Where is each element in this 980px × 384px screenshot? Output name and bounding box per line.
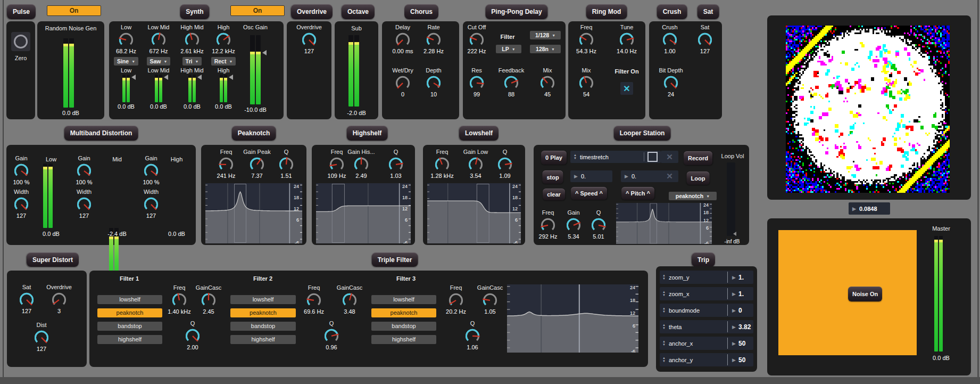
chorus-toggle-button[interactable]: Chorus [404,4,438,19]
knob-freq[interactable] [328,156,345,173]
wave-select[interactable]: Sine▼ [114,57,138,66]
eq-response-graph[interactable]: 2418126-6-12-18-24 [427,183,521,243]
viz-value-numbox[interactable]: ▶0.0848 [849,202,890,215]
knob-depth[interactable] [425,74,442,91]
peaknotch-title-button[interactable]: Peaknotch [232,126,276,141]
knob-gain[interactable] [76,162,93,179]
knob-cut-off[interactable] [468,31,485,48]
knob-wet-dry[interactable] [394,74,411,91]
pingpong-toggle-button[interactable]: Ping-Pong Delay [485,4,547,19]
mbd-title-button[interactable]: Multiband Distortion [64,126,138,141]
knob-q[interactable] [278,156,295,173]
knob-overdrive[interactable] [301,31,318,48]
loop-vol-slider[interactable] [727,162,735,236]
knob-gain-his[interactable] [353,156,370,173]
pitch-mode-button[interactable]: ^ Pitch ^ [621,187,654,200]
knob-freq[interactable] [447,291,464,308]
filter-type-option-highshelf[interactable]: highshelf [371,335,436,344]
knob-freq[interactable] [171,291,188,308]
pitch-numbox[interactable]: ▶0. [621,170,663,182]
filter-type-option-highshelf[interactable]: highshelf [230,335,296,344]
knob-mix[interactable] [578,74,595,91]
knob-rate[interactable] [425,31,442,48]
filter-response-curve[interactable] [427,183,521,243]
knob-q[interactable] [387,156,404,173]
knob-res[interactable] [468,74,485,91]
sat-toggle-button[interactable]: Sat [697,4,719,19]
knob-tune[interactable] [618,31,635,48]
param-value[interactable]: 50 [738,340,745,347]
knob-mix[interactable] [539,74,556,91]
triple-filter-title-button[interactable]: Triple Filter [372,252,418,267]
knob-low-mid[interactable] [150,31,167,48]
param-value[interactable]: 3.82 [738,323,751,331]
loop-play-button[interactable]: 0 Play [541,151,567,165]
param-spinner-icon[interactable]: ▲▼ [662,291,666,297]
param-value[interactable]: 50 [738,356,745,364]
ringmod-toggle-button[interactable]: Ring Mod [586,4,627,19]
highshelf-title-button[interactable]: Highshelf [347,126,388,141]
filter-response-curve[interactable] [616,203,712,244]
crush-toggle-button[interactable]: Crush [657,4,687,19]
wave-select[interactable]: Tri▼ [182,57,202,66]
knob-sat[interactable] [696,31,713,48]
overdrive-toggle-button[interactable]: Overdrive [291,4,333,19]
meter-slider-handle[interactable] [197,75,202,80]
knob-freq[interactable] [218,156,235,173]
eq-response-graph[interactable]: 2418126-6-12-18-24 [316,183,411,243]
synth-toggle-button[interactable]: Synth [180,4,209,19]
trip-title-button[interactable]: Trip [692,252,715,267]
knob-freq[interactable] [305,291,322,308]
knob-q[interactable] [323,327,340,344]
knob-dist[interactable] [33,329,50,346]
param-spinner-icon[interactable]: ▲▼ [662,307,666,313]
knob-freq[interactable] [434,156,451,173]
super-distort-title-button[interactable]: Super Distort [27,252,79,267]
knob-gain[interactable] [565,216,582,233]
knob-q[interactable] [496,156,513,173]
filter-type-option-peaknotch[interactable]: peaknotch [230,308,296,317]
param-spinner-icon[interactable]: ▲▼ [662,324,666,330]
triple-filter-graph[interactable]: 2418126-6-12-18-24 [507,284,638,353]
x-toggle[interactable]: ✕ [661,170,678,182]
param-value[interactable]: 1. [738,274,744,281]
filter-type-option-bandstop[interactable]: bandstop [230,322,296,331]
knob-low[interactable] [118,31,135,48]
knob-gaincasc[interactable] [341,291,358,308]
knob-gaincasc[interactable] [200,291,217,308]
meter-slider-handle[interactable] [164,75,168,80]
filter-response-curve[interactable] [316,183,411,243]
knob-gain[interactable] [13,162,30,179]
knob-bit-depth[interactable] [662,74,679,91]
synth-on-toggle[interactable]: On [230,5,285,16]
knob-overdrive[interactable] [51,291,68,308]
noise-on-button[interactable]: Noise On [848,287,882,301]
filter-type-option-lowshelf[interactable]: lowshelf [97,295,162,304]
record-button[interactable]: Record [684,151,712,165]
filter-type-option-peaknotch[interactable]: peaknotch [97,308,162,317]
param-spinner-icon[interactable]: ▲▼ [662,340,666,346]
octave-toggle-button[interactable]: Octave [342,4,375,19]
spinner-icon[interactable]: ▲▼ [574,154,577,160]
knob-q[interactable] [590,216,607,233]
knob-freq[interactable] [539,216,557,233]
pulse-on-toggle[interactable]: On [47,5,101,16]
loop-filter-type-select[interactable]: peaknotch▼ [669,192,717,200]
division-select[interactable]: 1/128▼ [530,31,561,39]
wave-select[interactable]: Saw▼ [147,57,171,66]
param-value[interactable]: 1. [738,290,744,298]
checkbox[interactable] [647,152,658,162]
filter-on-toggle[interactable]: ✕ [620,82,633,95]
knob-high[interactable] [215,31,232,48]
filter-response-curve[interactable] [507,284,638,353]
filter-type-option-peaknotch[interactable]: peaknotch [371,308,436,317]
speed-mode-button[interactable]: ^ Speed ^ [571,187,607,200]
knob-crush[interactable] [661,31,678,48]
meter-slider-handle[interactable] [229,75,233,80]
eq-response-graph[interactable]: 2418126-6-12-18-24 [205,183,302,243]
knob-width[interactable] [76,195,93,213]
filter-response-curve[interactable] [205,183,302,243]
param-spinner-icon[interactable]: ▲▼ [662,274,666,280]
knob-width[interactable] [143,195,160,213]
loop-button[interactable]: Loop [687,171,710,185]
